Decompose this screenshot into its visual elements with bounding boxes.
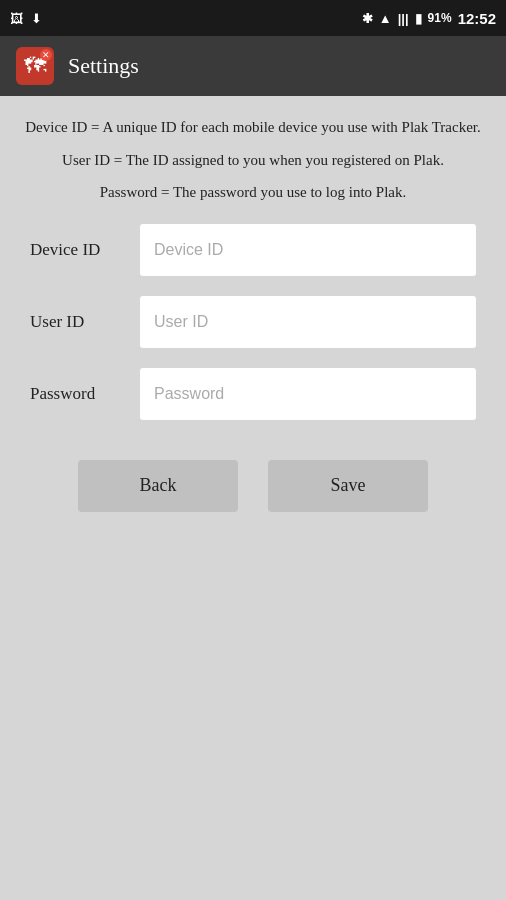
app-icon: 🗺 ✕ [16,47,54,85]
user-id-input[interactable] [140,296,476,348]
device-id-label: Device ID [30,240,140,260]
bluetooth-icon: ✱ [362,11,373,26]
status-bar-right: ✱ ▲ ||| ▮ 91% 12:52 [362,10,496,27]
password-row: Password [20,368,486,420]
battery-percentage: 91% [428,11,452,25]
screenshot-icon: 🖼 [10,11,23,26]
clock: 12:52 [458,10,496,27]
password-description: Password = The password you use to log i… [20,181,486,204]
wifi-icon: ▲ [379,11,392,26]
app-bar-title: Settings [68,53,139,79]
battery-icon: ▮ [415,11,422,26]
password-label: Password [30,384,140,404]
user-id-label: User ID [30,312,140,332]
signal-icon: ||| [398,11,409,26]
status-bar-left: 🖼 ⬇ [10,11,42,26]
description-section: Device ID = A unique ID for each mobile … [20,116,486,204]
password-input[interactable] [140,368,476,420]
device-id-description: Device ID = A unique ID for each mobile … [20,116,486,139]
form-section: Device ID User ID Password [20,224,486,420]
buttons-row: Back Save [20,460,486,532]
app-bar: 🗺 ✕ Settings [0,36,506,96]
notification-badge: ✕ [40,49,52,61]
device-id-row: Device ID [20,224,486,276]
device-id-input[interactable] [140,224,476,276]
user-id-description: User ID = The ID assigned to you when yo… [20,149,486,172]
user-id-row: User ID [20,296,486,348]
status-bar: 🖼 ⬇ ✱ ▲ ||| ▮ 91% 12:52 [0,0,506,36]
download-icon: ⬇ [31,11,42,26]
save-button[interactable]: Save [268,460,428,512]
back-button[interactable]: Back [78,460,238,512]
main-content: Device ID = A unique ID for each mobile … [0,96,506,552]
